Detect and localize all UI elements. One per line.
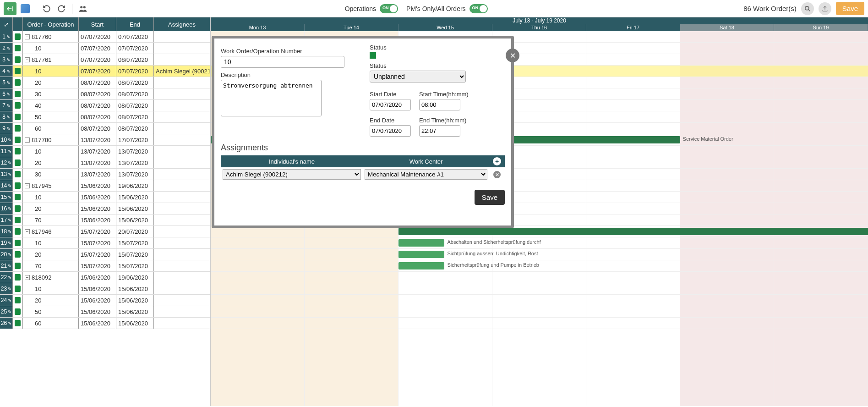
end-date-label: End Date (370, 117, 411, 124)
status-square-icon (15, 102, 21, 109)
app-logo-icon (19, 3, 31, 15)
status-square-icon (15, 274, 21, 280)
undo-icon[interactable] (41, 3, 53, 15)
status-square-icon (15, 137, 21, 143)
table-row[interactable]: 9 ✎ 6008/07/202008/07/2020 (0, 123, 210, 134)
status-square-icon (15, 33, 21, 40)
status-square-icon (15, 194, 21, 200)
table-row[interactable]: 13 ✎ 3013/07/202013/07/2020 (0, 169, 210, 180)
status-square-icon (15, 320, 21, 326)
collapse-icon[interactable]: − (25, 138, 30, 143)
table-row[interactable]: 26 ✎ 6015/06/202015/06/2020 (0, 318, 210, 329)
table-row[interactable]: 22 ✎− 81809215/06/202019/06/2020 (0, 272, 210, 283)
collapse-icon[interactable]: − (25, 57, 30, 62)
table-row[interactable]: 24 ✎ 2015/06/202015/06/2020 (0, 295, 210, 306)
table-row[interactable]: 25 ✎ 5015/06/202015/06/2020 (0, 306, 210, 318)
description-label: Description (221, 72, 356, 78)
status-square-icon (15, 308, 21, 315)
search-icon[interactable] (801, 2, 814, 15)
svg-point-1 (83, 6, 86, 8)
table-row[interactable]: 17 ✎ 7015/06/202015/06/2020 (0, 214, 210, 226)
gantt-bar[interactable] (399, 251, 444, 258)
close-icon[interactable]: ✕ (506, 49, 519, 62)
table-row[interactable]: 11 ✎ 1013/07/202013/07/2020 (0, 146, 210, 157)
assignments-title: Assignments (221, 143, 505, 153)
status-select[interactable]: Unplanned (370, 71, 466, 82)
table-row[interactable]: 14 ✎− 81794515/06/202019/06/2020 (0, 180, 210, 192)
gantt-bar-label: Service Material Order (683, 136, 733, 142)
header-end[interactable]: End (116, 17, 154, 31)
toolbar-save-button[interactable]: Save (836, 2, 864, 15)
status-square-icon (15, 91, 21, 97)
start-time-label: Start Time(hh:mm) (419, 91, 469, 98)
operations-toggle[interactable]: ON (380, 4, 398, 13)
svg-point-2 (805, 6, 809, 10)
collapse-icon[interactable]: − (25, 183, 30, 188)
exit-icon[interactable] (4, 2, 16, 15)
status-square-icon (15, 45, 21, 51)
table-row[interactable]: 1 ✎− 81776007/07/202007/07/2020 (0, 31, 210, 43)
gantt-bar-label: Sicherheitsprüfung und Pumpe in Betrieb (447, 262, 539, 268)
table-row[interactable]: 8 ✎ 5008/07/202008/07/2020 (0, 111, 210, 123)
gantt-day-header: Tue 14 (305, 24, 399, 31)
status-square-icon (15, 286, 21, 292)
work-center-select[interactable]: Mechanical Maintenance #1 (365, 169, 487, 180)
expand-all-icon[interactable]: ⤢ (0, 17, 13, 31)
end-time-input[interactable] (419, 125, 460, 137)
table-row[interactable]: 2 ✎ 1007/07/202007/07/2020 (0, 43, 210, 54)
add-assignment-icon[interactable]: + (493, 157, 501, 165)
status-indicator-label: Status (370, 44, 505, 51)
status-square-icon (15, 240, 21, 246)
collapse-icon[interactable]: − (25, 229, 30, 234)
table-row[interactable]: 12 ✎ 2013/07/202013/07/2020 (0, 157, 210, 169)
redo-icon[interactable] (55, 3, 67, 15)
gantt-day-header: Fri 17 (586, 24, 680, 31)
wo-number-input[interactable] (221, 56, 344, 68)
gantt-day-header: Sun 19 (774, 24, 868, 31)
col-individual-name: Individual's name (221, 155, 363, 167)
status-square-icon (15, 68, 21, 74)
table-row[interactable]: 16 ✎ 2015/06/202015/06/2020 (0, 203, 210, 214)
header-assignees[interactable]: Assignees (154, 17, 210, 31)
gantt-bar[interactable] (399, 239, 444, 247)
end-date-input[interactable] (370, 125, 411, 137)
table-row[interactable]: 5 ✎ 2008/07/202008/07/2020 (0, 77, 210, 88)
collapse-icon[interactable]: − (25, 34, 30, 39)
people-icon[interactable] (77, 3, 89, 15)
status-square-icon (15, 160, 21, 166)
table-row[interactable]: 15 ✎ 1015/06/202015/06/2020 (0, 192, 210, 203)
order-grid: ⤢ Order - Operation Start End Assignees … (0, 17, 211, 406)
collapse-icon[interactable]: − (25, 275, 30, 280)
gantt-bar[interactable] (399, 262, 444, 270)
header-order[interactable]: Order - Operation (23, 17, 79, 31)
remove-assignment-icon[interactable]: ✕ (493, 171, 501, 178)
export-icon[interactable] (819, 2, 831, 15)
table-row[interactable]: 18 ✎− 81794615/07/202020/07/2020 (0, 226, 210, 237)
table-row[interactable]: 21 ✎ 7015/07/202015/07/2020 (0, 260, 210, 272)
status-square-icon (15, 171, 21, 177)
description-textarea[interactable] (221, 80, 322, 116)
table-row[interactable]: 19 ✎ 1015/07/202015/07/2020 (0, 237, 210, 249)
status-square-icon (15, 79, 21, 86)
start-date-input[interactable] (370, 99, 411, 110)
operations-label: Operations (345, 5, 376, 12)
table-row[interactable]: 3 ✎− 81776107/07/202008/07/2020 (0, 54, 210, 66)
gantt-bar-label: Abschalten und Sicherheitsprüfung durchf (447, 239, 540, 245)
status-square-icon (15, 217, 21, 223)
pms-toggle[interactable]: ON (469, 4, 488, 13)
modal-save-button[interactable]: Save (475, 190, 505, 205)
start-time-input[interactable] (419, 99, 460, 110)
assignee-select[interactable]: Achim Siegel (900212) (223, 169, 361, 180)
table-row[interactable]: 23 ✎ 1015/06/202015/06/2020 (0, 283, 210, 295)
table-row[interactable]: 7 ✎ 4008/07/202008/07/2020 (0, 100, 210, 111)
gantt-bar[interactable] (399, 228, 868, 235)
header-start[interactable]: Start (79, 17, 116, 31)
table-row[interactable]: 4 ✎ 1007/07/202007/07/2020Achim Siegel (… (0, 66, 210, 77)
gantt-date-range: July 13 - July 19 2020 (211, 17, 868, 24)
gantt-day-header: Wed 15 (399, 24, 492, 31)
table-row[interactable]: 20 ✎ 2015/07/202015/07/2020 (0, 249, 210, 260)
table-row[interactable]: 10 ✎− 81778013/07/202017/07/2020 (0, 134, 210, 146)
table-row[interactable]: 6 ✎ 3008/07/202008/07/2020 (0, 88, 210, 100)
pms-label: PM's Only/All Orders (406, 5, 465, 12)
wo-number-label: Work Order/Operation Number (221, 48, 356, 55)
